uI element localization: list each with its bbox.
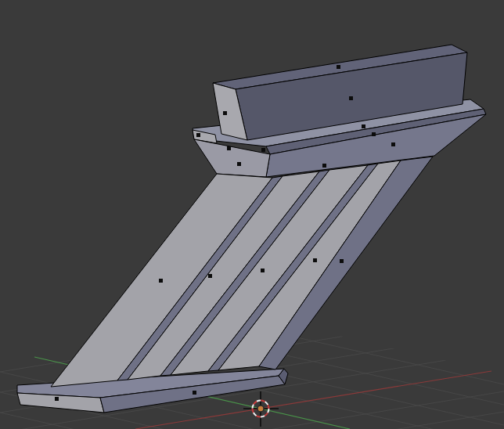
- face-center-dot[interactable]: [159, 279, 163, 283]
- face-center-dot[interactable]: [193, 391, 196, 395]
- face-center-dot[interactable]: [208, 274, 212, 278]
- face-center-dot[interactable]: [362, 124, 365, 128]
- cursor-center-dot: [257, 406, 264, 412]
- face-center-dot[interactable]: [227, 146, 231, 150]
- viewport-canvas[interactable]: [0, 0, 504, 429]
- face-center-dot[interactable]: [237, 162, 241, 166]
- face-center-dot[interactable]: [372, 132, 376, 136]
- face-center-dot[interactable]: [261, 148, 265, 152]
- face-center-dot[interactable]: [337, 65, 340, 69]
- face-center-dot[interactable]: [313, 258, 317, 262]
- face-center-dot[interactable]: [340, 259, 344, 263]
- face-center-dot[interactable]: [349, 96, 353, 100]
- 3d-viewport[interactable]: [0, 0, 504, 429]
- face-center-dot[interactable]: [391, 142, 395, 146]
- face-center-dot[interactable]: [261, 269, 265, 272]
- face-center-dot[interactable]: [322, 164, 326, 168]
- face-center-dot[interactable]: [223, 111, 227, 115]
- face-center-dot[interactable]: [55, 397, 59, 401]
- face-center-dot[interactable]: [196, 133, 200, 137]
